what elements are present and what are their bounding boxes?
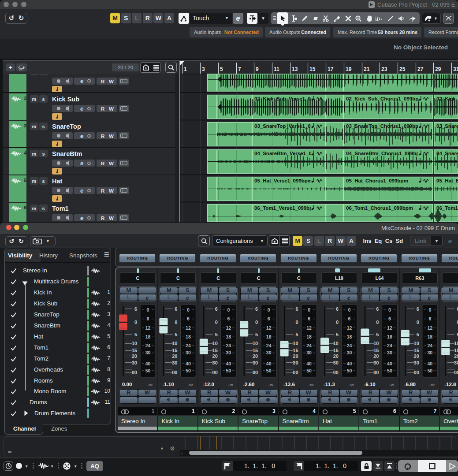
svg-text:00: 00 bbox=[212, 370, 218, 375]
svg-text:6: 6 bbox=[308, 316, 310, 321]
svg-text:15: 15 bbox=[333, 348, 339, 353]
svg-text:20: 20 bbox=[132, 353, 137, 359]
svg-text:24: 24 bbox=[347, 343, 352, 348]
svg-text:30: 30 bbox=[212, 360, 218, 365]
svg-text:50: 50 bbox=[427, 368, 432, 373]
svg-text:6: 6 bbox=[376, 306, 379, 312]
svg-text:5: 5 bbox=[336, 332, 339, 337]
svg-text:30: 30 bbox=[266, 350, 272, 355]
svg-text:24: 24 bbox=[387, 343, 392, 348]
svg-text:40: 40 bbox=[427, 361, 432, 366]
svg-text:5: 5 bbox=[215, 332, 218, 337]
svg-text:0: 0 bbox=[215, 320, 218, 325]
svg-text:40: 40 bbox=[306, 361, 312, 366]
svg-text:40: 40 bbox=[145, 361, 151, 366]
svg-text:0: 0 bbox=[308, 307, 310, 312]
svg-text:6: 6 bbox=[388, 316, 391, 321]
svg-text:15: 15 bbox=[293, 348, 298, 353]
svg-text:50: 50 bbox=[226, 368, 231, 373]
svg-text:6: 6 bbox=[187, 316, 190, 321]
svg-text:6: 6 bbox=[417, 306, 419, 312]
svg-text:12: 12 bbox=[347, 325, 352, 331]
svg-text:18: 18 bbox=[186, 334, 191, 339]
svg-text:12: 12 bbox=[226, 325, 231, 331]
svg-text:18: 18 bbox=[145, 334, 151, 339]
svg-text:00: 00 bbox=[172, 370, 177, 375]
svg-text:24: 24 bbox=[145, 343, 151, 348]
svg-text:0: 0 bbox=[428, 307, 431, 312]
svg-text:5: 5 bbox=[417, 332, 419, 337]
svg-text:15: 15 bbox=[454, 348, 458, 353]
svg-text:40: 40 bbox=[266, 361, 272, 366]
svg-text:20: 20 bbox=[293, 353, 298, 359]
svg-text:6: 6 bbox=[147, 316, 149, 321]
svg-text:40: 40 bbox=[186, 361, 191, 366]
svg-text:50: 50 bbox=[266, 368, 272, 373]
svg-text:30: 30 bbox=[293, 360, 298, 365]
svg-text:0: 0 bbox=[255, 320, 258, 325]
svg-text:15: 15 bbox=[253, 348, 258, 353]
svg-text:30: 30 bbox=[454, 360, 458, 365]
svg-text:15: 15 bbox=[172, 348, 177, 353]
svg-text:50: 50 bbox=[186, 368, 191, 373]
svg-text:0: 0 bbox=[147, 307, 149, 312]
svg-text:0: 0 bbox=[268, 307, 270, 312]
svg-text:10: 10 bbox=[454, 341, 458, 346]
svg-text:00: 00 bbox=[293, 370, 298, 375]
svg-text:15: 15 bbox=[373, 348, 379, 353]
svg-text:20: 20 bbox=[253, 353, 258, 359]
svg-text:30: 30 bbox=[253, 360, 258, 365]
svg-text:15: 15 bbox=[132, 348, 137, 353]
svg-text:10: 10 bbox=[333, 341, 339, 346]
svg-text:10: 10 bbox=[293, 341, 298, 346]
svg-text:40: 40 bbox=[347, 361, 352, 366]
svg-text:0: 0 bbox=[417, 320, 419, 325]
svg-text:30: 30 bbox=[132, 360, 137, 365]
svg-text:18: 18 bbox=[226, 334, 231, 339]
svg-text:5: 5 bbox=[376, 332, 379, 337]
svg-text:5: 5 bbox=[255, 332, 258, 337]
svg-text:12: 12 bbox=[186, 325, 191, 331]
svg-text:30: 30 bbox=[226, 350, 231, 355]
svg-text:6: 6 bbox=[215, 306, 218, 312]
svg-text:0: 0 bbox=[336, 320, 339, 325]
svg-text:18: 18 bbox=[306, 334, 312, 339]
svg-text:24: 24 bbox=[226, 343, 231, 348]
svg-text:0: 0 bbox=[388, 307, 391, 312]
svg-text:40: 40 bbox=[226, 361, 231, 366]
svg-text:30: 30 bbox=[306, 350, 312, 355]
svg-text:30: 30 bbox=[333, 360, 339, 365]
svg-text:0: 0 bbox=[134, 320, 137, 325]
svg-text:10: 10 bbox=[253, 341, 258, 346]
svg-text:24: 24 bbox=[186, 343, 191, 348]
svg-text:0: 0 bbox=[376, 320, 379, 325]
svg-text:00: 00 bbox=[454, 370, 458, 375]
svg-text:50: 50 bbox=[145, 368, 151, 373]
svg-text:30: 30 bbox=[172, 360, 177, 365]
svg-text:6: 6 bbox=[428, 316, 431, 321]
svg-text:00: 00 bbox=[333, 370, 339, 375]
svg-text:18: 18 bbox=[427, 334, 432, 339]
svg-text:24: 24 bbox=[306, 343, 312, 348]
svg-text:20: 20 bbox=[373, 353, 379, 359]
svg-text:6: 6 bbox=[255, 306, 258, 312]
svg-text:50: 50 bbox=[306, 368, 312, 373]
svg-text:24: 24 bbox=[427, 343, 432, 348]
svg-text:00: 00 bbox=[132, 370, 137, 375]
svg-text:10: 10 bbox=[212, 341, 218, 346]
svg-text:0: 0 bbox=[295, 320, 298, 325]
svg-text:30: 30 bbox=[373, 360, 379, 365]
svg-text:50: 50 bbox=[387, 368, 392, 373]
svg-text:6: 6 bbox=[348, 316, 351, 321]
svg-text:6: 6 bbox=[227, 316, 230, 321]
svg-text:40: 40 bbox=[387, 361, 392, 366]
svg-text:6: 6 bbox=[134, 306, 137, 312]
svg-text:6: 6 bbox=[175, 306, 177, 312]
svg-text:30: 30 bbox=[387, 350, 392, 355]
svg-text:6: 6 bbox=[295, 306, 298, 312]
svg-text:00: 00 bbox=[373, 370, 379, 375]
svg-text:18: 18 bbox=[387, 334, 392, 339]
svg-text:18: 18 bbox=[266, 334, 272, 339]
svg-text:0: 0 bbox=[227, 307, 230, 312]
svg-text:15: 15 bbox=[414, 348, 419, 353]
